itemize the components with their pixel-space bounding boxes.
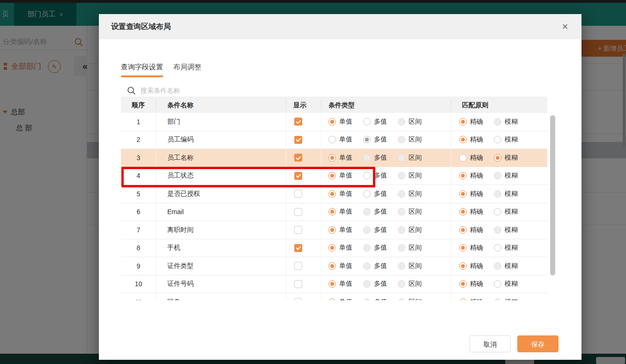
radio-icon[interactable] (363, 226, 371, 234)
radio-option[interactable]: 多值 (363, 135, 398, 144)
radio-option[interactable]: 区间 (398, 244, 422, 252)
radio-icon[interactable] (459, 226, 467, 234)
radio-icon[interactable] (459, 298, 467, 300)
radio-option[interactable]: 精确 (459, 154, 494, 162)
radio-icon[interactable] (398, 226, 405, 234)
radio-icon[interactable] (363, 190, 371, 198)
radio-option[interactable]: 多值 (363, 226, 398, 234)
radio-option[interactable]: 模糊 (494, 298, 518, 300)
radio-option[interactable]: 单值 (328, 262, 363, 270)
table-scrollbar-thumb[interactable] (550, 115, 555, 275)
radio-icon[interactable] (459, 154, 467, 162)
show-checkbox[interactable] (294, 172, 302, 180)
radio-icon[interactable] (459, 190, 467, 198)
radio-icon[interactable] (363, 280, 371, 288)
radio-icon[interactable] (459, 280, 467, 288)
radio-icon[interactable] (398, 262, 405, 270)
radio-option[interactable]: 区间 (398, 208, 422, 216)
table-row[interactable]: 6Email单值多值区间精确模糊 (121, 203, 547, 222)
radio-option[interactable]: 模糊 (494, 154, 518, 162)
table-row[interactable]: 2员工编码单值多值区间精确模糊 (121, 131, 547, 149)
radio-option[interactable]: 精确 (459, 208, 494, 216)
show-checkbox[interactable] (294, 190, 302, 198)
radio-option[interactable]: 精确 (459, 171, 494, 180)
radio-option[interactable]: 模糊 (494, 190, 518, 198)
radio-option[interactable]: 区间 (398, 298, 422, 300)
radio-icon[interactable] (398, 172, 405, 179)
radio-option[interactable]: 单值 (328, 208, 363, 216)
radio-option[interactable]: 精确 (459, 226, 494, 234)
radio-icon[interactable] (494, 226, 501, 234)
radio-icon[interactable] (328, 118, 336, 126)
show-checkbox[interactable] (294, 280, 302, 288)
radio-option[interactable]: 单值 (328, 190, 363, 198)
radio-option[interactable]: 多值 (363, 118, 398, 126)
radio-icon[interactable] (494, 118, 501, 126)
tab-query-field-settings[interactable]: 查询字段设置 (121, 63, 163, 77)
radio-icon[interactable] (494, 244, 501, 252)
radio-icon[interactable] (494, 208, 501, 215)
radio-option[interactable]: 模糊 (494, 171, 518, 180)
radio-icon[interactable] (494, 136, 501, 143)
radio-icon[interactable] (363, 298, 371, 300)
table-row[interactable]: 11职务单值多值区间精确模糊 (121, 293, 547, 300)
radio-option[interactable]: 精确 (459, 135, 494, 144)
radio-icon[interactable] (398, 208, 405, 215)
radio-icon[interactable] (494, 298, 501, 300)
radio-option[interactable]: 区间 (398, 135, 422, 144)
radio-icon[interactable] (398, 154, 405, 162)
radio-option[interactable]: 多值 (363, 244, 398, 252)
radio-option[interactable]: 模糊 (494, 118, 518, 126)
radio-option[interactable]: 精确 (459, 262, 494, 270)
radio-option[interactable]: 模糊 (494, 226, 518, 234)
radio-icon[interactable] (328, 262, 336, 270)
radio-icon[interactable] (459, 262, 467, 270)
radio-icon[interactable] (398, 118, 405, 126)
show-checkbox[interactable] (294, 262, 302, 270)
radio-icon[interactable] (328, 226, 336, 234)
radio-icon[interactable] (328, 244, 336, 252)
cancel-button[interactable]: 取消 (470, 335, 511, 352)
radio-option[interactable]: 区间 (398, 154, 422, 162)
table-row[interactable]: 7离职时间单值多值区间精确模糊 (121, 221, 547, 239)
radio-icon[interactable] (398, 190, 405, 198)
radio-option[interactable]: 多值 (363, 280, 398, 288)
radio-option[interactable]: 区间 (398, 190, 422, 198)
table-row[interactable]: 1部门单值多值区间精确模糊 (121, 113, 547, 131)
radio-icon[interactable] (328, 190, 336, 198)
radio-option[interactable]: 单值 (328, 135, 363, 144)
radio-icon[interactable] (398, 298, 405, 300)
radio-option[interactable]: 精确 (459, 244, 494, 252)
radio-option[interactable]: 单值 (328, 118, 363, 126)
radio-option[interactable]: 多值 (363, 190, 398, 198)
radio-icon[interactable] (363, 118, 371, 126)
radio-option[interactable]: 多值 (363, 154, 398, 162)
radio-icon[interactable] (459, 136, 467, 143)
radio-icon[interactable] (363, 154, 371, 162)
radio-option[interactable]: 精确 (459, 190, 494, 198)
save-button[interactable]: 保存 (517, 335, 559, 352)
radio-icon[interactable] (459, 208, 467, 215)
radio-option[interactable]: 模糊 (494, 208, 518, 216)
radio-option[interactable]: 区间 (398, 171, 422, 180)
radio-option[interactable]: 单值 (328, 280, 363, 288)
radio-icon[interactable] (494, 262, 501, 270)
radio-icon[interactable] (494, 154, 501, 162)
radio-option[interactable]: 多值 (363, 298, 398, 300)
radio-icon[interactable] (494, 280, 501, 288)
radio-option[interactable]: 单值 (328, 171, 363, 180)
radio-icon[interactable] (459, 172, 467, 179)
table-row[interactable]: 4员工状态单值多值区间精确模糊 (121, 167, 547, 186)
radio-icon[interactable] (398, 136, 405, 143)
radio-option[interactable]: 精确 (459, 118, 494, 126)
radio-icon[interactable] (328, 172, 336, 179)
show-checkbox[interactable] (294, 154, 302, 162)
radio-option[interactable]: 精确 (459, 280, 494, 288)
radio-icon[interactable] (363, 172, 371, 179)
radio-option[interactable]: 多值 (363, 262, 398, 270)
show-checkbox[interactable] (294, 298, 302, 300)
show-checkbox[interactable] (294, 136, 302, 144)
tab-layout-adjust[interactable]: 布局调整 (173, 63, 201, 77)
table-row[interactable]: 5是否已授权单值多值区间精确模糊 (121, 185, 547, 203)
radio-option[interactable]: 单值 (328, 226, 363, 234)
